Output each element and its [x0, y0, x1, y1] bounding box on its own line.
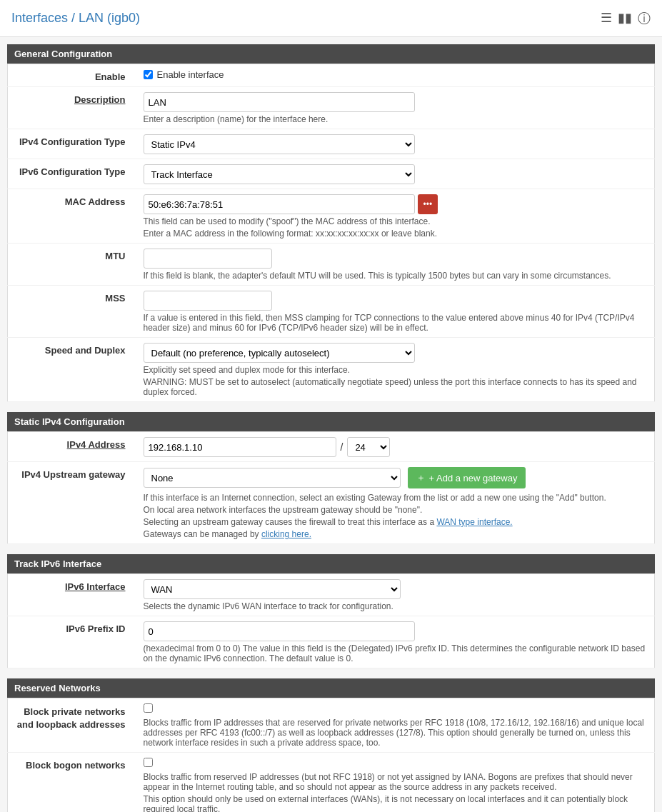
enable-row: Enable Enable interface — [8, 64, 655, 87]
mtu-input[interactable] — [144, 249, 272, 269]
description-row: Description LAN Enter a description (nam… — [8, 87, 655, 129]
breadcrumb-link[interactable]: LAN (igb0) — [79, 11, 140, 25]
clicking-here-link[interactable]: clicking here. — [261, 529, 311, 539]
help-icon[interactable]: ⓘ — [638, 10, 651, 27]
ipv6-type-label: IPv6 Configuration Type — [8, 159, 136, 189]
mtu-row: MTU If this field is blank, the adapter'… — [8, 244, 655, 286]
ipv6-iface-row: IPv6 Interface WAN Selects the dynamic I… — [8, 574, 655, 616]
enable-checkbox[interactable] — [144, 70, 153, 79]
reserved-table: Block private networks and loopback addr… — [7, 698, 655, 812]
block-private-value-cell: Blocks traffic from IP addresses that ar… — [136, 698, 655, 753]
block-private-help: Blocks traffic from IP addresses that ar… — [144, 718, 648, 748]
enable-label: Enable — [8, 64, 136, 87]
ipv6-iface-help: Selects the dynamic IPv6 WAN interface t… — [144, 601, 648, 611]
gateway-value-cell: None ＋ + Add a new gateway If this inter… — [136, 462, 655, 544]
mss-help: If a value is entered in this field, the… — [144, 313, 648, 333]
speed-help2: WARNING: MUST be set to autoselect (auto… — [144, 377, 648, 397]
ipv4-address-row-inner: / 2481632 — [144, 437, 648, 457]
gateway-help1: If this interface is an Internet connect… — [144, 493, 648, 503]
static-ipv4-table: IPv4 Address / 2481632 IPv4 Upstream gat… — [7, 431, 655, 544]
mtu-value-cell: If this field is blank, the adapter's de… — [136, 244, 655, 286]
ipv6-iface-value-cell: WAN Selects the dynamic IPv6 WAN interfa… — [136, 574, 655, 616]
general-config-table: Enable Enable interface Description LAN … — [7, 64, 655, 402]
gateway-select-row: None ＋ + Add a new gateway — [144, 467, 648, 488]
ipv4-address-label: IPv4 Address — [8, 432, 136, 462]
ipv4-type-select[interactable]: Static IPv4 — [144, 134, 415, 154]
mac-value-cell: ••• This field can be used to modify ("s… — [136, 189, 655, 244]
mss-spinner — [144, 291, 272, 311]
mac-input[interactable] — [144, 194, 415, 214]
top-bar: Interfaces / LAN (igb0) ☰ ▮▮ ⓘ — [0, 0, 662, 37]
gateway-help2: On local area network interfaces the ups… — [144, 505, 648, 515]
general-config-header: General Configuration — [7, 44, 655, 64]
block-bogon-help2: This option should only be used on exter… — [144, 794, 648, 812]
prefix-id-label: IPv6 Prefix ID — [8, 616, 136, 668]
mac-help2: Enter a MAC address in the following for… — [144, 229, 648, 239]
enable-checkbox-label[interactable]: Enable interface — [144, 69, 648, 80]
add-gateway-button[interactable]: ＋ + Add a new gateway — [408, 467, 526, 488]
reserved-header: Reserved Networks — [7, 678, 655, 698]
prefix-id-row: IPv6 Prefix ID (hexadecimal from 0 to 0)… — [8, 616, 655, 668]
block-bogon-label: Block bogon networks — [8, 753, 136, 813]
block-private-label: Block private networks and loopback addr… — [8, 698, 136, 753]
description-label: Description — [8, 87, 136, 129]
ipv4-type-row: IPv4 Configuration Type Static IPv4 — [8, 129, 655, 159]
speed-value-cell: Default (no preference, typically autose… — [136, 338, 655, 402]
mtu-spinner — [144, 249, 272, 269]
speed-help1: Explicitly set speed and duplex mode for… — [144, 365, 648, 375]
ipv4-address-input[interactable] — [144, 437, 336, 457]
block-bogon-value-cell: Blocks traffic from reserved IP addresse… — [136, 753, 655, 813]
prefix-id-value-cell: (hexadecimal from 0 to 0) The value in t… — [136, 616, 655, 668]
menu-icon[interactable]: ☰ — [601, 10, 612, 27]
speed-row: Speed and Duplex Default (no preference,… — [8, 338, 655, 402]
description-value-cell: LAN Enter a description (name) for the i… — [136, 87, 655, 129]
enable-checkbox-text: Enable interface — [157, 69, 224, 80]
page-title: Interfaces / LAN (igb0) — [11, 11, 140, 26]
cidr-slash: / — [341, 441, 343, 453]
mss-value-cell: If a value is entered in this field, the… — [136, 286, 655, 338]
chart-icon[interactable]: ▮▮ — [618, 10, 632, 27]
track-ipv6-header: Track IPv6 Interface — [7, 554, 655, 573]
ipv6-iface-select[interactable]: WAN — [144, 579, 401, 599]
add-gateway-icon: ＋ — [416, 471, 426, 484]
mac-input-row: ••• — [144, 194, 648, 214]
static-ipv4-header: Static IPv4 Configuration — [7, 412, 655, 431]
mtu-label: MTU — [8, 244, 136, 286]
enable-value-cell: Enable interface — [136, 64, 655, 87]
mac-label: MAC Address — [8, 189, 136, 244]
mtu-help: If this field is blank, the adapter's de… — [144, 271, 648, 281]
wan-type-link[interactable]: WAN type interface. — [436, 517, 512, 527]
prefix-id-input[interactable] — [144, 621, 415, 641]
mss-row: MSS If a value is entered in this field,… — [8, 286, 655, 338]
prefix-id-help: (hexadecimal from 0 to 0) The value in t… — [144, 643, 648, 663]
gateway-row: IPv4 Upstream gateway None ＋ + Add a new… — [8, 462, 655, 544]
ipv6-type-select[interactable]: Track Interface — [144, 164, 415, 184]
track-ipv6-table: IPv6 Interface WAN Selects the dynamic I… — [7, 573, 655, 668]
gateway-label: IPv4 Upstream gateway — [8, 462, 136, 544]
add-gateway-label: + Add a new gateway — [429, 473, 518, 483]
ipv4-address-value-cell: / 2481632 — [136, 432, 655, 462]
mac-help1: This field can be used to modify ("spoof… — [144, 216, 648, 226]
description-input[interactable]: LAN — [144, 92, 415, 112]
block-bogon-help1: Blocks traffic from reserved IP addresse… — [144, 772, 648, 792]
breadcrumb-base: Interfaces / — [11, 11, 79, 25]
mac-row: MAC Address ••• This field can be used t… — [8, 189, 655, 244]
speed-select[interactable]: Default (no preference, typically autose… — [144, 343, 415, 363]
cidr-select[interactable]: 2481632 — [347, 437, 390, 457]
ipv4-type-value-cell: Static IPv4 — [136, 129, 655, 159]
mss-label: MSS — [8, 286, 136, 338]
gateway-help4: Gateways can be managed by clicking here… — [144, 529, 648, 539]
block-private-row: Block private networks and loopback addr… — [8, 698, 655, 753]
mss-input[interactable] — [144, 291, 272, 311]
description-help: Enter a description (name) for the inter… — [144, 114, 648, 124]
top-bar-icons: ☰ ▮▮ ⓘ — [601, 10, 651, 27]
ipv6-type-value-cell: Track Interface — [136, 159, 655, 189]
block-private-checkbox[interactable] — [144, 703, 153, 713]
gateway-select[interactable]: None — [144, 468, 401, 488]
speed-label: Speed and Duplex — [8, 338, 136, 402]
ipv4-address-row: IPv4 Address / 2481632 — [8, 432, 655, 462]
gateway-help3: Selecting an upstream gateway causes the… — [144, 517, 648, 527]
block-bogon-checkbox[interactable] — [144, 758, 153, 767]
ipv4-type-label: IPv4 Configuration Type — [8, 129, 136, 159]
mac-random-button[interactable]: ••• — [418, 194, 438, 214]
